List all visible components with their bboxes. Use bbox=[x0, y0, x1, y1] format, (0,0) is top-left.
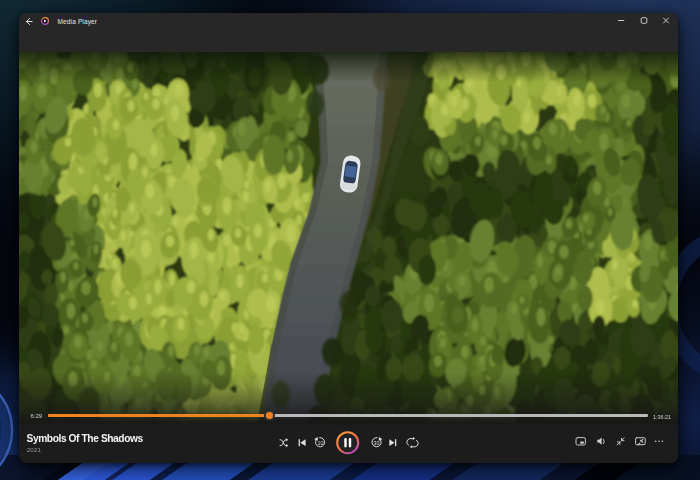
svg-text:30: 30 bbox=[373, 440, 379, 446]
svg-text:10: 10 bbox=[317, 440, 323, 446]
